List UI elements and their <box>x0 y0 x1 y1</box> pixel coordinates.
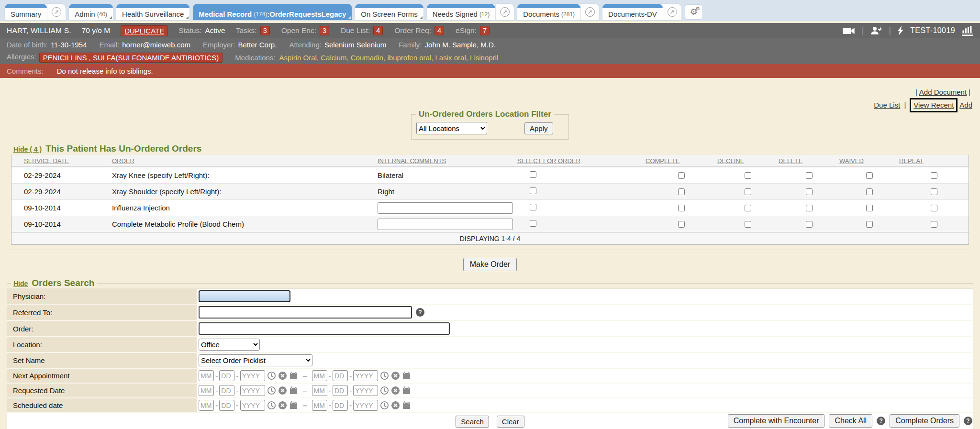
column-header-complete[interactable]: COMPLETE <box>646 157 717 165</box>
delete-checkbox[interactable] <box>806 221 813 228</box>
complete-checkbox[interactable] <box>678 172 685 179</box>
medication-link[interactable]: ibuprofen oral <box>387 54 431 62</box>
help-icon[interactable]: ? <box>877 417 885 425</box>
tab-documents-dv[interactable]: Documents-DV↗ <box>602 4 681 20</box>
date-start-mm-input[interactable] <box>199 400 214 411</box>
date-start-dd-input[interactable] <box>219 370 234 381</box>
clock-icon[interactable] <box>267 386 276 395</box>
lightning-icon[interactable] <box>898 26 903 35</box>
video-call-icon[interactable] <box>843 27 855 35</box>
clear-date-icon[interactable] <box>391 386 400 395</box>
column-header-decline[interactable]: DECLINE <box>717 157 779 165</box>
calendar-icon[interactable] <box>289 401 298 410</box>
order-input[interactable] <box>199 322 450 335</box>
make-order-button[interactable]: Make Order <box>463 258 517 271</box>
add-link[interactable]: Add <box>959 101 972 109</box>
date-start-mm-input[interactable] <box>199 370 214 381</box>
column-header-service-date[interactable]: SERVICE DATE <box>11 157 112 165</box>
date-end-yyyy-input[interactable] <box>353 385 378 396</box>
column-header-internal-comments[interactable]: INTERNAL COMMENTS <box>378 157 516 165</box>
select-for-order-checkbox[interactable] <box>530 220 536 227</box>
apply-button[interactable]: Apply <box>524 122 553 134</box>
date-end-mm-input[interactable] <box>312 400 327 411</box>
select-for-order-checkbox[interactable] <box>530 204 536 210</box>
medication-link[interactable]: Coumadin <box>351 54 383 62</box>
clear-date-icon[interactable] <box>278 401 287 410</box>
check-all-button[interactable]: Check All <box>829 414 872 428</box>
date-end-yyyy-input[interactable] <box>353 370 378 381</box>
decline-checkbox[interactable] <box>745 172 751 179</box>
hide-search-link[interactable]: Hide <box>13 280 28 287</box>
column-header-delete[interactable]: DELETE <box>779 157 839 165</box>
calendar-icon[interactable] <box>402 371 411 380</box>
decline-checkbox[interactable] <box>745 188 751 195</box>
allergy-badge[interactable]: PENICILLINS , SULFA(SULFONAMIDE ANTIBIOT… <box>39 53 223 63</box>
help-icon[interactable]: ? <box>416 308 424 317</box>
internal-comment-input[interactable] <box>378 202 513 214</box>
add-user-icon[interactable] <box>870 26 882 35</box>
search-button[interactable]: Search <box>456 416 489 428</box>
date-start-yyyy-input[interactable] <box>240 370 265 381</box>
physician-input[interactable] <box>199 290 290 302</box>
stat-badge[interactable]: 3 <box>260 26 270 35</box>
location-filter-select[interactable]: All Locations <box>416 122 487 134</box>
tab-settings-button[interactable]: ⚙⚙ <box>685 4 703 20</box>
tab-on-screen-forms[interactable]: On Screen Forms <box>355 4 423 20</box>
repeat-checkbox[interactable] <box>931 205 937 211</box>
calendar-icon[interactable] <box>402 386 411 395</box>
date-end-mm-input[interactable] <box>312 385 327 396</box>
column-header-waived[interactable]: WAIVED <box>839 157 899 165</box>
clear-date-icon[interactable] <box>278 386 287 395</box>
help-icon[interactable]: ? <box>964 417 972 425</box>
date-end-yyyy-input[interactable] <box>353 400 378 411</box>
date-start-yyyy-input[interactable] <box>240 385 265 396</box>
decline-checkbox[interactable] <box>745 205 751 211</box>
select-for-order-checkbox[interactable] <box>530 187 536 194</box>
clock-icon[interactable] <box>380 401 389 410</box>
clear-date-icon[interactable] <box>278 371 287 380</box>
date-end-dd-input[interactable] <box>333 400 348 411</box>
tab-summary[interactable]: Summary↗ <box>5 4 66 20</box>
stat-badge[interactable]: 7 <box>480 26 490 35</box>
date-start-dd-input[interactable] <box>219 385 234 396</box>
calendar-icon[interactable] <box>289 386 298 395</box>
medication-link[interactable]: Lisinopril <box>470 54 498 62</box>
waived-checkbox[interactable] <box>866 172 873 179</box>
complete-checkbox[interactable] <box>678 188 685 195</box>
set-name-select[interactable]: Select Order Picklist <box>199 354 312 366</box>
clear-date-icon[interactable] <box>391 371 400 380</box>
complete-checkbox[interactable] <box>678 205 685 211</box>
date-start-mm-input[interactable] <box>199 385 214 396</box>
location-select[interactable]: Office <box>199 339 260 351</box>
select-for-order-checkbox[interactable] <box>530 171 536 178</box>
calendar-icon[interactable] <box>402 401 411 410</box>
medication-link[interactable]: Calcium <box>321 54 346 62</box>
stat-badge[interactable]: 3 <box>320 26 329 35</box>
tab-documents[interactable]: Documents(281)↗ <box>517 4 599 20</box>
complete-orders-button[interactable]: Complete Orders <box>890 414 959 428</box>
column-header-repeat[interactable]: REPEAT <box>899 157 969 165</box>
clear-button[interactable]: Clear <box>497 416 524 428</box>
repeat-checkbox[interactable] <box>931 221 937 228</box>
medication-link[interactable]: Aspirin Oral <box>279 54 317 62</box>
waived-checkbox[interactable] <box>866 205 873 211</box>
medication-link[interactable]: Lasix oral <box>435 54 466 62</box>
view-recent-link-focused[interactable]: View Recent <box>910 98 958 112</box>
date-start-yyyy-input[interactable] <box>240 400 265 411</box>
repeat-checkbox[interactable] <box>931 188 937 195</box>
column-header-order[interactable]: ORDER <box>112 157 378 165</box>
tab-medical-record[interactable]: Medical Record(174):OrderRequestsLegacy <box>193 4 352 20</box>
tab-health-surveillance[interactable]: Health Surveillance <box>116 4 189 20</box>
date-end-mm-input[interactable] <box>312 370 327 381</box>
clear-date-icon[interactable] <box>391 401 400 410</box>
date-start-dd-input[interactable] <box>219 400 234 411</box>
clock-icon[interactable] <box>380 386 389 395</box>
waived-checkbox[interactable] <box>866 221 873 228</box>
column-header-select-for-order[interactable]: SELECT FOR ORDER <box>516 157 646 165</box>
calendar-icon[interactable] <box>289 371 298 380</box>
stat-badge[interactable]: 4 <box>373 26 383 35</box>
flowsheet-chart-icon[interactable] <box>962 25 973 36</box>
delete-checkbox[interactable] <box>806 188 813 195</box>
complete-with-encounter-button[interactable]: Complete with Encounter <box>728 414 825 428</box>
tab-needs-signed[interactable]: Needs Signed(12)↗ <box>427 4 514 20</box>
